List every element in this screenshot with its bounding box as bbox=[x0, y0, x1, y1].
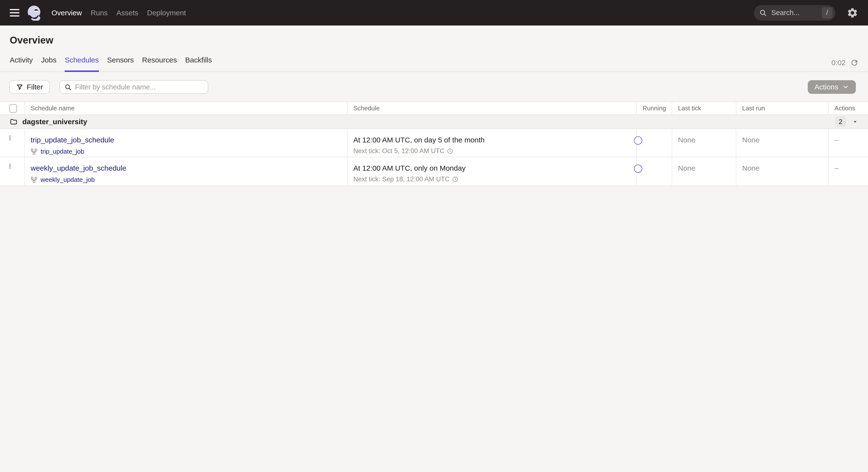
toggle-knob bbox=[634, 136, 642, 145]
table-header-row: Schedule name Schedule Running Last tick… bbox=[0, 102, 868, 115]
tab-sensors[interactable]: Sensors bbox=[107, 56, 134, 72]
refresh-icon[interactable] bbox=[850, 58, 859, 67]
cron-description: At 12:00 AM UTC, on day 5 of the month bbox=[353, 136, 636, 144]
next-tick-text: Next tick: Sep 18, 12:00 AM UTC bbox=[353, 176, 450, 183]
col-header-running: Running bbox=[637, 102, 672, 115]
nav-item-overview[interactable]: Overview bbox=[52, 9, 82, 17]
col-header-schedule-name: Schedule name bbox=[25, 102, 347, 115]
overview-tabs: Activity Jobs Schedules Sensors Resource… bbox=[0, 56, 868, 72]
last-run-cell: None bbox=[736, 157, 829, 185]
cron-description: At 12:00 AM UTC, only on Monday bbox=[353, 164, 636, 172]
running-cell bbox=[637, 129, 672, 157]
nav-item-assets[interactable]: Assets bbox=[116, 9, 138, 17]
gear-icon[interactable] bbox=[847, 7, 858, 19]
collapse-caret-icon[interactable] bbox=[852, 119, 858, 125]
col-header-last-run: Last run bbox=[736, 102, 829, 115]
select-all-checkbox[interactable] bbox=[9, 104, 17, 113]
tab-activity[interactable]: Activity bbox=[10, 56, 33, 72]
hamburger-menu-icon[interactable] bbox=[9, 8, 20, 18]
tab-resources[interactable]: Resources bbox=[142, 56, 177, 72]
last-run-cell: None bbox=[736, 129, 829, 157]
row-checkbox[interactable] bbox=[9, 163, 11, 169]
funnel-icon bbox=[16, 83, 23, 91]
col-header-last-tick: Last tick bbox=[672, 102, 736, 115]
nav-item-runs[interactable]: Runs bbox=[91, 9, 107, 17]
job-icon bbox=[31, 148, 37, 155]
refresh-countdown: 0:02 bbox=[832, 59, 846, 67]
search-shortcut-badge: / bbox=[822, 7, 833, 19]
next-tick-text: Next tick: Oct 5, 12:00 AM UTC bbox=[353, 147, 444, 155]
last-tick-cell: None bbox=[672, 157, 736, 185]
schedule-cron-cell: At 12:00 AM UTC, only on Monday Next tic… bbox=[347, 157, 637, 185]
schedule-cron-cell: At 12:00 AM UTC, on day 5 of the month N… bbox=[347, 129, 637, 157]
job-link[interactable]: weekly_update_job bbox=[40, 176, 95, 184]
row-actions-cell: – bbox=[829, 157, 868, 185]
actions-button-label: Actions bbox=[814, 83, 838, 91]
table-row: trip_update_job_schedule trip_update_job… bbox=[0, 129, 868, 157]
row-actions-cell: – bbox=[829, 129, 868, 157]
col-header-actions: Actions bbox=[829, 102, 868, 115]
folder-icon bbox=[10, 118, 18, 126]
schedules-toolbar: Filter Actions bbox=[0, 80, 868, 94]
next-tick-line: Next tick: Oct 5, 12:00 AM UTC bbox=[353, 147, 636, 155]
chevron-down-icon bbox=[842, 84, 849, 90]
header-checkbox-cell bbox=[0, 102, 25, 115]
nav-item-deployment[interactable]: Deployment bbox=[147, 9, 186, 17]
tab-backfills[interactable]: Backfills bbox=[185, 56, 212, 72]
page-title: Overview bbox=[10, 35, 868, 46]
filter-by-name-input[interactable] bbox=[60, 80, 208, 94]
job-line: weekly_update_job bbox=[31, 176, 347, 184]
global-search-input[interactable]: Search... / bbox=[754, 5, 835, 21]
job-link[interactable]: trip_update_job bbox=[40, 148, 84, 155]
schedules-table: Schedule name Schedule Running Last tick… bbox=[0, 102, 868, 186]
repo-group-name: dagster_university bbox=[22, 118, 87, 126]
job-line: trip_update_job bbox=[31, 148, 347, 155]
search-icon-small bbox=[64, 84, 72, 91]
schedule-link[interactable]: trip_update_job_schedule bbox=[31, 136, 114, 144]
tab-schedules[interactable]: Schedules bbox=[65, 56, 99, 72]
refresh-group: 0:02 bbox=[832, 58, 859, 67]
tab-jobs[interactable]: Jobs bbox=[41, 56, 56, 72]
dagster-logo-icon[interactable] bbox=[27, 5, 42, 21]
clock-icon bbox=[452, 176, 458, 183]
next-tick-line: Next tick: Sep 18, 12:00 AM UTC bbox=[353, 176, 636, 183]
search-icon bbox=[759, 9, 767, 17]
clock-icon bbox=[447, 148, 453, 154]
job-icon bbox=[31, 177, 37, 183]
row-checkbox-cell bbox=[0, 157, 25, 185]
last-tick-cell: None bbox=[672, 129, 736, 157]
toggle-knob bbox=[634, 164, 642, 173]
row-checkbox[interactable] bbox=[9, 135, 11, 141]
repo-group-row[interactable]: dagster_university 2 bbox=[0, 115, 868, 129]
search-placeholder: Search... bbox=[771, 9, 822, 17]
schedule-name-cell: trip_update_job_schedule trip_update_job bbox=[25, 129, 347, 157]
filter-input-wrap bbox=[60, 80, 208, 94]
running-cell bbox=[637, 157, 672, 185]
table-row: weekly_update_job_schedule weekly_update… bbox=[0, 157, 868, 185]
top-navbar: Overview Runs Assets Deployment Search..… bbox=[0, 0, 868, 26]
schedule-link[interactable]: weekly_update_job_schedule bbox=[31, 164, 126, 172]
primary-nav: Overview Runs Assets Deployment bbox=[52, 9, 186, 17]
schedule-name-cell: weekly_update_job_schedule weekly_update… bbox=[25, 157, 347, 185]
col-header-schedule: Schedule bbox=[347, 102, 637, 115]
actions-button[interactable]: Actions bbox=[808, 80, 856, 94]
filter-button-label: Filter bbox=[27, 83, 43, 91]
group-count-badge: 2 bbox=[835, 116, 846, 127]
row-checkbox-cell bbox=[0, 129, 25, 157]
filter-button[interactable]: Filter bbox=[9, 80, 50, 94]
